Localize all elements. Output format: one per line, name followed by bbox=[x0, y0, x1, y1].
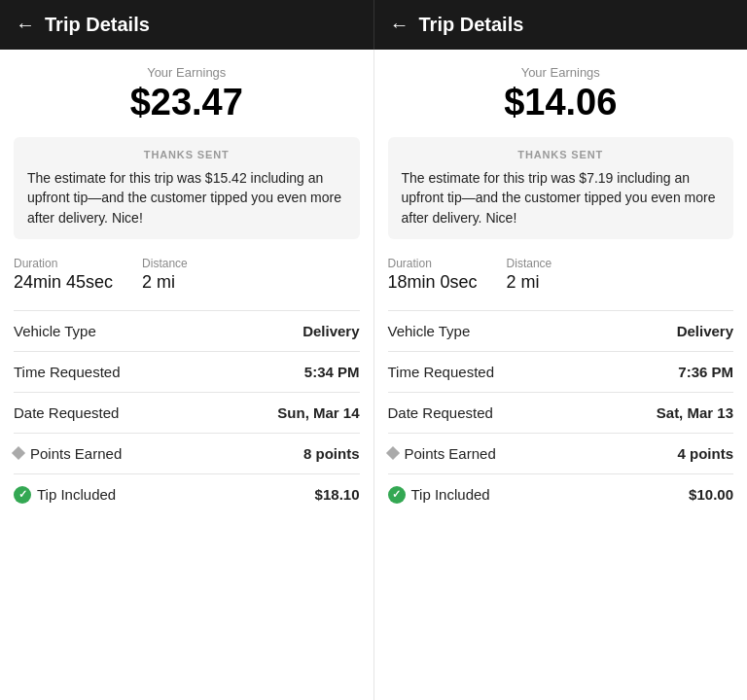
right-points-label: Points Earned bbox=[388, 445, 496, 462]
left-tip-label: ✓ Tip Included bbox=[14, 486, 116, 504]
right-thanks-text: The estimate for this trip was $7.19 inc… bbox=[402, 168, 721, 228]
right-distance-stat: Distance 2 mi bbox=[507, 257, 552, 293]
left-distance-stat: Distance 2 mi bbox=[142, 257, 188, 293]
right-points-value: 4 points bbox=[677, 445, 733, 462]
right-tip-value: $10.00 bbox=[689, 486, 733, 503]
left-earnings-label: Your Earnings bbox=[14, 65, 360, 80]
right-check-icon: ✓ bbox=[388, 486, 406, 504]
left-time-row: Time Requested 5:34 PM bbox=[14, 352, 360, 393]
right-date-row: Date Requested Sat, Mar 13 bbox=[388, 393, 734, 434]
left-tip-row: ✓ Tip Included $18.10 bbox=[14, 474, 360, 515]
left-points-row: Points Earned 8 points bbox=[14, 434, 360, 474]
right-time-row: Time Requested 7:36 PM bbox=[388, 352, 734, 393]
left-vehicle-row: Vehicle Type Delivery bbox=[14, 311, 360, 352]
right-distance-label: Distance bbox=[507, 257, 552, 270]
right-duration-value: 18min 0sec bbox=[388, 272, 478, 293]
left-vehicle-key: Vehicle Type bbox=[14, 323, 96, 339]
left-stats-row: Duration 24min 45sec Distance 2 mi bbox=[14, 257, 360, 293]
right-date-key: Date Requested bbox=[388, 404, 493, 421]
left-points-key: Points Earned bbox=[30, 445, 122, 462]
right-earnings-amount: $14.06 bbox=[388, 82, 734, 123]
left-duration-label: Duration bbox=[14, 257, 113, 270]
left-earnings-amount: $23.47 bbox=[14, 82, 360, 123]
left-date-row: Date Requested Sun, Mar 14 bbox=[14, 393, 360, 434]
content-area: Your Earnings $23.47 THANKS SENT The est… bbox=[0, 50, 747, 700]
left-thanks-title: THANKS SENT bbox=[27, 149, 346, 160]
left-tip-key: Tip Included bbox=[37, 486, 116, 503]
left-date-value: Sun, Mar 14 bbox=[277, 404, 359, 421]
right-header-panel: ← Trip Details bbox=[374, 0, 748, 50]
left-diamond-icon bbox=[12, 446, 25, 460]
left-points-label: Points Earned bbox=[14, 445, 122, 462]
right-earnings-label: Your Earnings bbox=[388, 65, 734, 80]
left-check-icon: ✓ bbox=[14, 486, 31, 504]
right-vehicle-row: Vehicle Type Delivery bbox=[388, 311, 734, 352]
right-thanks-title: THANKS SENT bbox=[402, 149, 721, 160]
left-back-arrow[interactable]: ← bbox=[16, 14, 35, 36]
right-thanks-box: THANKS SENT The estimate for this trip w… bbox=[388, 137, 734, 239]
left-time-value: 5:34 PM bbox=[304, 364, 360, 380]
right-points-key: Points Earned bbox=[405, 445, 496, 462]
right-points-row: Points Earned 4 points bbox=[388, 434, 734, 474]
right-date-value: Sat, Mar 13 bbox=[657, 404, 733, 421]
right-tip-row: ✓ Tip Included $10.00 bbox=[388, 474, 734, 515]
right-time-key: Time Requested bbox=[388, 364, 495, 380]
left-panel: Your Earnings $23.47 THANKS SENT The est… bbox=[0, 50, 374, 700]
right-diamond-icon bbox=[385, 446, 399, 460]
left-header-title: Trip Details bbox=[45, 14, 150, 36]
left-points-value: 8 points bbox=[303, 445, 360, 462]
right-duration-stat: Duration 18min 0sec bbox=[388, 257, 478, 293]
right-distance-value: 2 mi bbox=[507, 272, 552, 293]
left-distance-value: 2 mi bbox=[142, 272, 188, 293]
right-time-value: 7:36 PM bbox=[678, 364, 733, 380]
right-tip-key: Tip Included bbox=[411, 486, 490, 503]
left-duration-value: 24min 45sec bbox=[14, 272, 113, 293]
right-back-arrow[interactable]: ← bbox=[390, 14, 409, 36]
right-tip-label: ✓ Tip Included bbox=[388, 486, 490, 504]
right-panel: Your Earnings $14.06 THANKS SENT The est… bbox=[374, 50, 748, 700]
left-date-key: Date Requested bbox=[14, 404, 119, 421]
left-vehicle-value: Delivery bbox=[302, 323, 359, 339]
left-distance-label: Distance bbox=[142, 257, 188, 270]
left-thanks-text: The estimate for this trip was $15.42 in… bbox=[27, 168, 346, 228]
left-time-key: Time Requested bbox=[14, 364, 121, 380]
left-header-panel: ← Trip Details bbox=[0, 0, 374, 50]
right-header-title: Trip Details bbox=[419, 14, 524, 36]
right-vehicle-value: Delivery bbox=[677, 323, 733, 339]
left-duration-stat: Duration 24min 45sec bbox=[14, 257, 113, 293]
right-duration-label: Duration bbox=[388, 257, 478, 270]
left-tip-value: $18.10 bbox=[315, 486, 360, 503]
header-bar: ← Trip Details ← Trip Details bbox=[0, 0, 747, 50]
left-thanks-box: THANKS SENT The estimate for this trip w… bbox=[14, 137, 360, 239]
right-vehicle-key: Vehicle Type bbox=[388, 323, 471, 339]
right-stats-row: Duration 18min 0sec Distance 2 mi bbox=[388, 257, 734, 293]
